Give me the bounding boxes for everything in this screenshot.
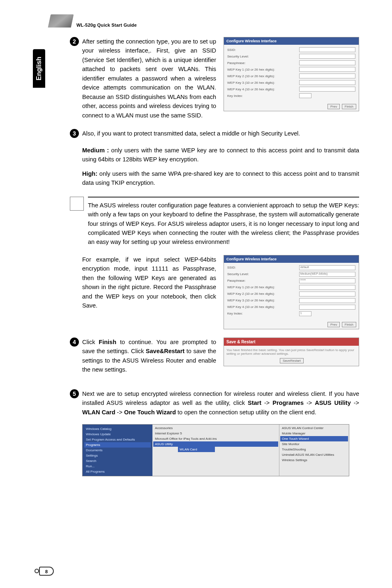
step-4: 4 Click Finish to continue. You are prom… [70, 338, 216, 374]
screenshot-save-restart: Save & Restart You have finished the bas… [224, 338, 359, 366]
step-2: 2 After setting the connection type, you… [70, 37, 216, 120]
step-3: 3 Also, if you want to protect transmitt… [70, 129, 359, 138]
page-number: 8 [39, 567, 54, 576]
save-restart-button: SaveRestart [280, 358, 304, 363]
step-5: 5 Next we are to setup encrypted wireles… [70, 389, 359, 417]
badge-2: 2 [70, 37, 79, 46]
shot-header: Configure Wireless Interface [224, 37, 359, 45]
language-tab: English [33, 49, 45, 88]
guide-title: WL-520g Quick Start Guide [76, 23, 137, 28]
high-paragraph: High: only users with the same WPA pre-s… [82, 169, 359, 188]
step-2-text: After setting the connection type, you a… [82, 37, 216, 120]
brand-logo [48, 14, 74, 28]
example-text: For example, if we input select WEP-64bi… [82, 255, 216, 310]
screenshot-wireless-interface-2: Configure Wireless Interface SSID:defaul… [224, 255, 359, 329]
screenshot-wireless-interface-1: Configure Wireless Interface SSID: Secur… [224, 37, 359, 111]
pencil-icon [70, 197, 84, 211]
screenshot-start-menu: Windows Catalog Windows Update Set Progr… [82, 424, 349, 476]
medium-paragraph: Medium : only users with the same WEP ke… [82, 146, 359, 164]
prev-button: Prev [327, 104, 340, 109]
header-area: WL-520g Quick Start Guide [49, 14, 137, 28]
note-block: The ASUS wireless router configuration p… [70, 197, 359, 247]
badge-3: 3 [70, 129, 79, 138]
badge-5: 5 [70, 389, 79, 398]
badge-4: 4 [70, 338, 79, 347]
step-3-intro: Also, if you want to protect transmitted… [82, 129, 300, 138]
finish-button: Finish [342, 104, 356, 109]
page-bullet [35, 569, 39, 573]
